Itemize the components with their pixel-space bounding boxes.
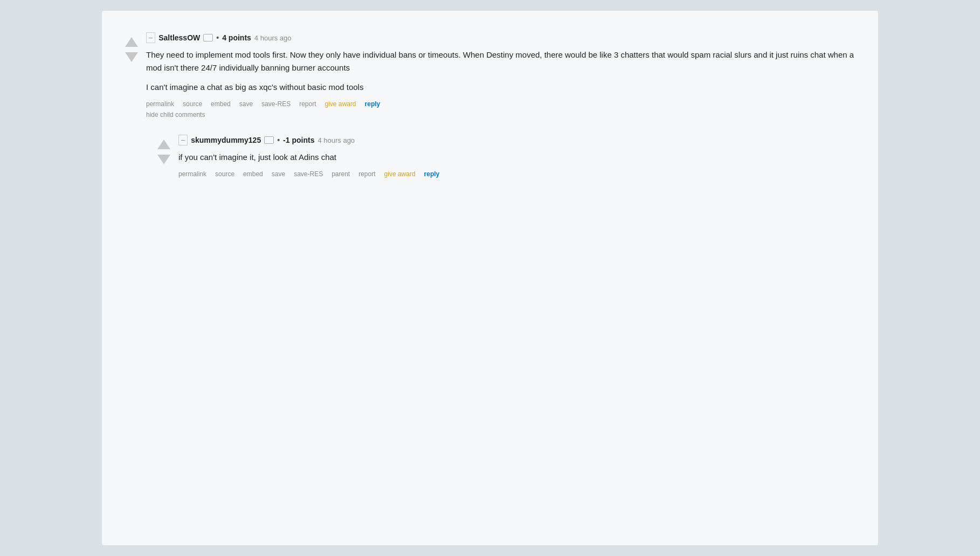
comment-header: – skummydummy125 • -1 points 4 hours ago [178, 135, 857, 145]
upvote-icon [125, 37, 138, 47]
vote-column [123, 32, 140, 119]
collapse-button[interactable]: – [146, 32, 155, 43]
collapse-button[interactable]: – [178, 135, 188, 145]
comment-body: – SaltlessOW • 4 points 4 hours ago They… [146, 32, 857, 119]
username: skummydummy125 [191, 136, 261, 144]
downvote-icon [125, 52, 138, 62]
points-badge: -1 points [283, 136, 314, 144]
comment-paragraph-2: I can't imagine a chat as big as xqc's w… [146, 81, 857, 94]
page-container: – SaltlessOW • 4 points 4 hours ago They… [102, 11, 878, 545]
downvote-button[interactable] [157, 153, 170, 166]
save-res-link[interactable]: save-RES [261, 100, 291, 108]
points-badge: 4 points [222, 33, 251, 42]
timestamp: 4 hours ago [254, 34, 292, 42]
reply-link[interactable]: reply [424, 170, 440, 178]
save-res-link[interactable]: save-RES [294, 170, 323, 178]
comment-text: if you can't imagine it, just look at Ad… [178, 151, 857, 164]
reply-link[interactable]: reply [365, 100, 381, 108]
comment-header: – SaltlessOW • 4 points 4 hours ago [146, 32, 857, 43]
give-award-link[interactable]: give award [384, 170, 416, 178]
upvote-button[interactable] [125, 36, 138, 48]
comment-item: – skummydummy125 • -1 points 4 hours ago… [156, 135, 857, 178]
hide-child-comments-link[interactable]: hide child comments [146, 111, 857, 119]
comment-actions: permalink source embed save save-RES rep… [146, 100, 857, 108]
comment-body: – skummydummy125 • -1 points 4 hours ago… [178, 135, 857, 178]
source-link[interactable]: source [215, 170, 234, 178]
permalink-link[interactable]: permalink [178, 170, 206, 178]
message-icon[interactable] [203, 34, 213, 41]
upvote-button[interactable] [157, 138, 170, 151]
comment-text: They need to implement mod tools first. … [146, 48, 857, 94]
comment-item: – SaltlessOW • 4 points 4 hours ago They… [123, 32, 857, 119]
report-link[interactable]: report [358, 170, 375, 178]
upvote-icon [157, 140, 170, 149]
comment-paragraph-1: They need to implement mod tools first. … [146, 48, 857, 74]
username: SaltlessOW [158, 33, 200, 42]
comment-actions: permalink source embed save save-RES par… [178, 170, 857, 178]
timestamp: 4 hours ago [318, 136, 355, 144]
comment-thread: – SaltlessOW • 4 points 4 hours ago They… [123, 27, 857, 199]
report-link[interactable]: report [299, 100, 316, 108]
permalink-link[interactable]: permalink [146, 100, 174, 108]
give-award-link[interactable]: give award [325, 100, 356, 108]
dot-separator: • [277, 136, 280, 144]
vote-column [156, 135, 172, 178]
source-link[interactable]: source [183, 100, 202, 108]
dot-separator: • [216, 33, 219, 42]
embed-link[interactable]: embed [243, 170, 263, 178]
parent-link[interactable]: parent [332, 170, 350, 178]
save-link[interactable]: save [272, 170, 285, 178]
downvote-icon [157, 155, 170, 164]
embed-link[interactable]: embed [211, 100, 231, 108]
comment-paragraph-1: if you can't imagine it, just look at Ad… [178, 151, 857, 164]
downvote-button[interactable] [125, 51, 138, 64]
save-link[interactable]: save [239, 100, 253, 108]
message-icon[interactable] [264, 136, 274, 144]
